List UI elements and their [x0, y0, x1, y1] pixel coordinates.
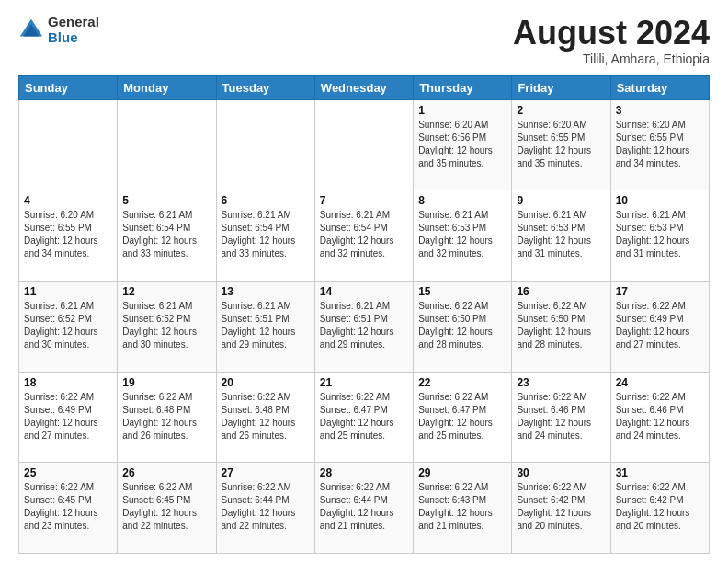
day-info: Sunrise: 6:22 AM Sunset: 6:47 PM Dayligh… — [418, 391, 506, 442]
calendar-cell: 27Sunrise: 6:22 AM Sunset: 6:44 PM Dayli… — [216, 463, 314, 554]
day-number: 29 — [418, 466, 506, 479]
calendar-cell — [118, 99, 216, 190]
calendar-cell: 16Sunrise: 6:22 AM Sunset: 6:50 PM Dayli… — [512, 281, 610, 372]
day-info: Sunrise: 6:21 AM Sunset: 6:53 PM Dayligh… — [418, 209, 506, 260]
day-info: Sunrise: 6:20 AM Sunset: 6:55 PM Dayligh… — [517, 119, 605, 170]
week-row-2: 11Sunrise: 6:21 AM Sunset: 6:52 PM Dayli… — [19, 281, 710, 372]
calendar-cell — [19, 99, 118, 190]
day-number: 21 — [320, 376, 408, 389]
day-info: Sunrise: 6:22 AM Sunset: 6:47 PM Dayligh… — [320, 391, 408, 442]
calendar-cell — [314, 99, 413, 190]
day-number: 26 — [122, 466, 210, 479]
week-row-3: 18Sunrise: 6:22 AM Sunset: 6:49 PM Dayli… — [19, 372, 710, 463]
day-info: Sunrise: 6:20 AM Sunset: 6:55 PM Dayligh… — [24, 209, 112, 260]
calendar-cell: 3Sunrise: 6:20 AM Sunset: 6:55 PM Daylig… — [610, 99, 709, 190]
week-row-0: 1Sunrise: 6:20 AM Sunset: 6:56 PM Daylig… — [19, 99, 710, 190]
day-number: 3 — [616, 104, 704, 117]
calendar-table: SundayMondayTuesdayWednesdayThursdayFrid… — [18, 75, 710, 554]
calendar-header-wednesday: Wednesday — [314, 75, 413, 99]
page: General Blue August 2024 Tilili, Amhara,… — [0, 0, 728, 563]
day-info: Sunrise: 6:21 AM Sunset: 6:51 PM Dayligh… — [320, 300, 408, 351]
calendar-cell: 5Sunrise: 6:21 AM Sunset: 6:54 PM Daylig… — [118, 190, 216, 282]
day-info: Sunrise: 6:22 AM Sunset: 6:48 PM Dayligh… — [222, 391, 310, 442]
calendar-cell: 13Sunrise: 6:21 AM Sunset: 6:51 PM Dayli… — [216, 281, 314, 372]
day-number: 5 — [122, 194, 210, 207]
day-number: 25 — [24, 466, 112, 479]
day-number: 13 — [222, 285, 310, 298]
week-row-4: 25Sunrise: 6:22 AM Sunset: 6:45 PM Dayli… — [19, 463, 710, 554]
day-info: Sunrise: 6:21 AM Sunset: 6:52 PM Dayligh… — [24, 300, 112, 351]
day-info: Sunrise: 6:22 AM Sunset: 6:44 PM Dayligh… — [222, 481, 310, 533]
day-number: 15 — [418, 285, 506, 298]
logo-blue-text: Blue — [48, 30, 99, 46]
calendar-header-tuesday: Tuesday — [216, 75, 314, 99]
day-number: 8 — [418, 194, 506, 207]
calendar-cell: 18Sunrise: 6:22 AM Sunset: 6:49 PM Dayli… — [19, 372, 118, 463]
day-number: 17 — [616, 285, 704, 298]
calendar-cell: 9Sunrise: 6:21 AM Sunset: 6:53 PM Daylig… — [512, 190, 610, 282]
week-row-1: 4Sunrise: 6:20 AM Sunset: 6:55 PM Daylig… — [19, 190, 710, 282]
day-info: Sunrise: 6:22 AM Sunset: 6:44 PM Dayligh… — [320, 481, 408, 533]
calendar-cell: 12Sunrise: 6:21 AM Sunset: 6:52 PM Dayli… — [118, 281, 216, 372]
calendar-cell: 23Sunrise: 6:22 AM Sunset: 6:46 PM Dayli… — [512, 372, 610, 463]
day-number: 4 — [24, 194, 112, 207]
day-info: Sunrise: 6:22 AM Sunset: 6:48 PM Dayligh… — [122, 391, 210, 442]
calendar-cell: 11Sunrise: 6:21 AM Sunset: 6:52 PM Dayli… — [19, 281, 118, 372]
logo-icon — [18, 17, 44, 43]
title-block: August 2024 Tilili, Amhara, Ethiopia — [513, 15, 710, 66]
header: General Blue August 2024 Tilili, Amhara,… — [18, 15, 710, 66]
day-number: 9 — [517, 194, 605, 207]
logo: General Blue — [18, 15, 99, 45]
calendar-cell: 17Sunrise: 6:22 AM Sunset: 6:49 PM Dayli… — [610, 281, 709, 372]
calendar-cell: 25Sunrise: 6:22 AM Sunset: 6:45 PM Dayli… — [19, 463, 118, 554]
day-number: 19 — [122, 376, 210, 389]
day-number: 18 — [24, 376, 112, 389]
calendar-cell: 20Sunrise: 6:22 AM Sunset: 6:48 PM Dayli… — [216, 372, 314, 463]
day-info: Sunrise: 6:22 AM Sunset: 6:43 PM Dayligh… — [418, 481, 506, 533]
day-info: Sunrise: 6:20 AM Sunset: 6:55 PM Dayligh… — [616, 119, 704, 170]
day-number: 16 — [517, 285, 605, 298]
day-number: 12 — [122, 285, 210, 298]
day-number: 14 — [320, 285, 408, 298]
calendar-cell: 29Sunrise: 6:22 AM Sunset: 6:43 PM Dayli… — [414, 463, 512, 554]
day-number: 7 — [320, 194, 408, 207]
day-number: 6 — [222, 194, 310, 207]
logo-text: General Blue — [48, 15, 99, 45]
calendar-cell: 7Sunrise: 6:21 AM Sunset: 6:54 PM Daylig… — [314, 190, 413, 282]
calendar-cell: 1Sunrise: 6:20 AM Sunset: 6:56 PM Daylig… — [414, 99, 512, 190]
calendar-header-thursday: Thursday — [414, 75, 512, 99]
day-number: 10 — [616, 194, 704, 207]
day-number: 20 — [222, 376, 310, 389]
calendar-header-saturday: Saturday — [610, 75, 709, 99]
calendar-cell: 4Sunrise: 6:20 AM Sunset: 6:55 PM Daylig… — [19, 190, 118, 282]
calendar-header-friday: Friday — [512, 75, 610, 99]
calendar-cell: 19Sunrise: 6:22 AM Sunset: 6:48 PM Dayli… — [118, 372, 216, 463]
calendar-header-row: SundayMondayTuesdayWednesdayThursdayFrid… — [19, 75, 710, 99]
day-info: Sunrise: 6:22 AM Sunset: 6:46 PM Dayligh… — [616, 391, 704, 442]
day-info: Sunrise: 6:21 AM Sunset: 6:54 PM Dayligh… — [320, 209, 408, 260]
day-info: Sunrise: 6:22 AM Sunset: 6:50 PM Dayligh… — [517, 300, 605, 351]
day-number: 23 — [517, 376, 605, 389]
day-info: Sunrise: 6:21 AM Sunset: 6:53 PM Dayligh… — [616, 209, 704, 260]
calendar-cell: 30Sunrise: 6:22 AM Sunset: 6:42 PM Dayli… — [512, 463, 610, 554]
day-info: Sunrise: 6:22 AM Sunset: 6:50 PM Dayligh… — [418, 300, 506, 351]
day-info: Sunrise: 6:22 AM Sunset: 6:49 PM Dayligh… — [24, 391, 112, 442]
day-number: 22 — [418, 376, 506, 389]
calendar-cell: 14Sunrise: 6:21 AM Sunset: 6:51 PM Dayli… — [314, 281, 413, 372]
day-number: 28 — [320, 466, 408, 479]
calendar-cell: 24Sunrise: 6:22 AM Sunset: 6:46 PM Dayli… — [610, 372, 709, 463]
logo-general-text: General — [48, 15, 99, 30]
day-info: Sunrise: 6:22 AM Sunset: 6:45 PM Dayligh… — [122, 481, 210, 533]
day-number: 31 — [616, 466, 704, 479]
calendar-cell: 6Sunrise: 6:21 AM Sunset: 6:54 PM Daylig… — [216, 190, 314, 282]
day-number: 1 — [418, 104, 506, 117]
day-info: Sunrise: 6:22 AM Sunset: 6:46 PM Dayligh… — [517, 391, 605, 442]
subtitle: Tilili, Amhara, Ethiopia — [513, 52, 710, 66]
day-number: 11 — [24, 285, 112, 298]
day-info: Sunrise: 6:22 AM Sunset: 6:45 PM Dayligh… — [24, 481, 112, 533]
day-number: 27 — [222, 466, 310, 479]
day-info: Sunrise: 6:21 AM Sunset: 6:51 PM Dayligh… — [222, 300, 310, 351]
calendar-cell — [216, 99, 314, 190]
day-info: Sunrise: 6:22 AM Sunset: 6:42 PM Dayligh… — [616, 481, 704, 533]
day-info: Sunrise: 6:22 AM Sunset: 6:42 PM Dayligh… — [517, 481, 605, 533]
